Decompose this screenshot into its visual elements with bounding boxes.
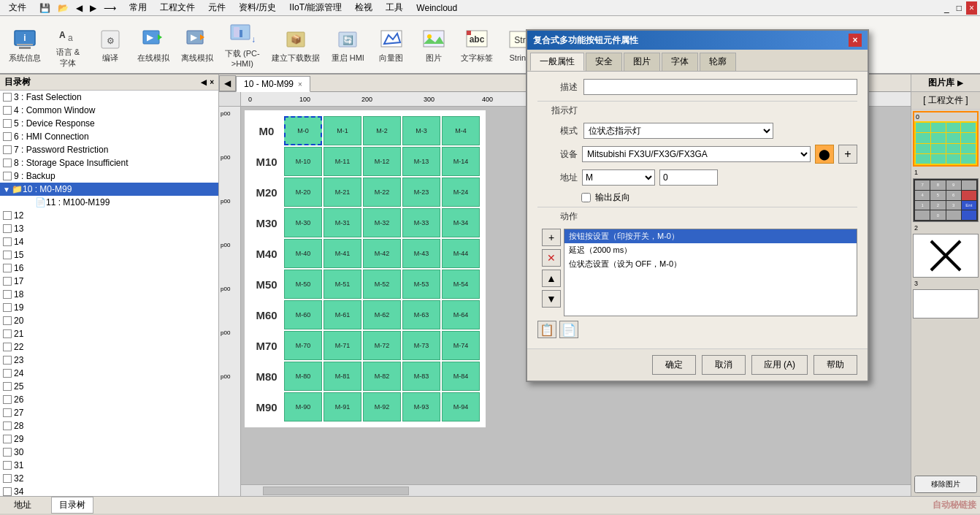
right-panel-item-3[interactable] — [913, 289, 979, 318]
dir-item-28[interactable]: 30 — [0, 446, 218, 459]
menu-undo-btn[interactable]: ◀ — [73, 1, 85, 15]
dir-item-5[interactable]: 7 : Password Restriction — [0, 143, 218, 156]
dialog-tab-security[interactable]: 安全 — [586, 53, 622, 71]
mcell-M-52[interactable]: M-52 — [363, 270, 401, 299]
window-close[interactable]: × — [966, 1, 977, 15]
dir-item-10[interactable]: 12 — [0, 209, 218, 222]
dir-item-11[interactable]: 13 — [0, 222, 218, 235]
mcell-M-32[interactable]: M-32 — [363, 208, 401, 237]
mcell-M-72[interactable]: M-72 — [363, 331, 401, 360]
dir-item-3[interactable]: 5 : Device Response — [0, 117, 218, 130]
dir-checkbox[interactable] — [3, 159, 12, 167]
tb-sys-info[interactable]: i 系统信息 — [6, 25, 44, 65]
dir-checkbox[interactable] — [3, 93, 12, 102]
dir-checkbox[interactable] — [3, 172, 12, 180]
dir-item-15[interactable]: 17 — [0, 275, 218, 288]
dir-checkbox[interactable] — [3, 448, 12, 457]
mcell-M-23[interactable]: M-23 — [402, 178, 440, 207]
dir-checkbox[interactable] — [3, 487, 12, 496]
mcell-M-13[interactable]: M-13 — [402, 147, 440, 176]
dialog-close-btn[interactable]: × — [849, 34, 862, 47]
mcell-M-34[interactable]: M-34 — [442, 208, 480, 237]
mcell-M-33[interactable]: M-33 — [402, 208, 440, 237]
mcell-M-60[interactable]: M-60 — [284, 300, 322, 329]
tb-build-dl[interactable]: 📦 建立下载数据 — [269, 25, 323, 65]
dir-checkbox[interactable] — [3, 251, 12, 259]
dir-checkbox[interactable] — [3, 408, 12, 417]
dialog-tab-outline[interactable]: 轮廓 — [700, 53, 736, 71]
tab-m0-m99[interactable]: 10 - M0-M99 × — [236, 76, 310, 92]
action-item-0[interactable]: 按钮按设置（印按开关，M-0） — [564, 229, 857, 243]
menu-common[interactable]: 常用 — [123, 0, 153, 15]
mcell-M-80[interactable]: M-80 — [284, 362, 322, 391]
dir-close-icon[interactable]: × — [210, 78, 214, 86]
dir-checkbox[interactable] — [3, 382, 12, 391]
dir-item-12[interactable]: 14 — [0, 235, 218, 248]
tb-offline-sim[interactable]: ▶ 离线模拟 — [178, 25, 216, 65]
dir-checkbox[interactable] — [3, 369, 12, 378]
dialog-tab-picture[interactable]: 图片 — [624, 53, 660, 71]
action-list[interactable]: 按钮按设置（印按开关，M-0） 延迟（2000 ms） 位状态设置（设为 OFF… — [564, 229, 857, 316]
mcell-M-44[interactable]: M-44 — [442, 239, 480, 268]
dir-item-20[interactable]: 22 — [0, 340, 218, 354]
window-minimize[interactable]: _ — [941, 1, 952, 15]
mcell-M-62[interactable]: M-62 — [363, 300, 401, 329]
tab-close-btn[interactable]: × — [298, 80, 302, 88]
action-add-btn[interactable]: + — [542, 229, 561, 246]
mcell-M-10[interactable]: M-10 — [284, 147, 322, 176]
dir-checkbox[interactable] — [3, 421, 12, 430]
mcell-M-91[interactable]: M-91 — [324, 392, 361, 421]
dialog-tab-font[interactable]: 字体 — [662, 53, 698, 71]
dialog-help-btn[interactable]: 帮助 — [814, 355, 857, 375]
device-select[interactable]: Mitsubishi FX3U/FX3G/FX3GA — [582, 146, 811, 162]
dir-item-19[interactable]: 21 — [0, 327, 218, 340]
mcell-M-22[interactable]: M-22 — [363, 178, 401, 207]
menu-component[interactable]: 元件 — [202, 0, 231, 15]
properties-dialog[interactable]: 复合式多功能按钮元件属性 × 一般属性 安全 图片 字体 轮廓 描述 — [526, 29, 869, 382]
dir-item-7[interactable]: 9 : Backup — [0, 169, 218, 183]
mcell-M-93[interactable]: M-93 — [402, 392, 440, 421]
dir-checkbox[interactable] — [3, 435, 12, 443]
dir-item-22[interactable]: 24 — [0, 367, 218, 380]
device-toggle-btn[interactable]: ⬤ — [815, 145, 834, 164]
dialog-ok-btn[interactable]: 确定 — [652, 355, 696, 375]
mcell-M-50[interactable]: M-50 — [284, 270, 322, 299]
mcell-M-92[interactable]: M-92 — [363, 392, 401, 421]
dir-checkbox[interactable] — [3, 303, 12, 312]
dir-checkbox[interactable] — [3, 461, 12, 470]
dir-item-31[interactable]: 34 — [0, 485, 218, 496]
mcell-M-42[interactable]: M-42 — [363, 239, 401, 268]
dir-item-29[interactable]: 31 — [0, 459, 218, 472]
dir-checkbox[interactable] — [3, 106, 12, 115]
menu-arrow-btn[interactable]: ⟶ — [101, 1, 119, 15]
menu-project-file[interactable]: 工程文件 — [154, 0, 201, 15]
dir-checkbox[interactable] — [3, 264, 12, 272]
mcell-M-31[interactable]: M-31 — [324, 208, 361, 237]
status-tab-dirtree[interactable]: 目录树 — [51, 497, 93, 514]
action-item-2[interactable]: 位状态设置（设为 OFF，M-0） — [564, 257, 857, 271]
mcell-M-94[interactable]: M-94 — [442, 392, 480, 421]
dir-item-6[interactable]: 8 : Storage Space Insufficient — [0, 156, 218, 169]
mcell-M-83[interactable]: M-83 — [402, 362, 440, 391]
mcell-M-43[interactable]: M-43 — [402, 239, 440, 268]
menu-redo-btn[interactable]: ▶ — [87, 1, 99, 15]
dir-checkbox[interactable] — [3, 329, 12, 338]
dir-item-24[interactable]: 26 — [0, 393, 218, 406]
dir-item-8[interactable]: ▼📁 10 : M0-M99 — [0, 183, 218, 196]
mcell-M-3[interactable]: M-3 — [402, 116, 440, 145]
dir-checkbox[interactable] — [3, 290, 12, 299]
mcell-M-40[interactable]: M-40 — [284, 239, 322, 268]
mcell-M-11[interactable]: M-11 — [324, 147, 361, 176]
mcell-M-14[interactable]: M-14 — [442, 147, 480, 176]
tb-reset-hmi[interactable]: 🔄 重启 HMI — [329, 25, 367, 65]
copy-btn[interactable]: 📋 — [537, 321, 556, 338]
mcell-M-2[interactable]: M-2 — [363, 116, 401, 145]
tb-picture[interactable]: 图片 — [416, 25, 452, 65]
mcell-M-81[interactable]: M-81 — [324, 362, 361, 391]
tb-online-sim[interactable]: ▶ 在线模拟 — [134, 25, 172, 65]
menu-file[interactable]: 文件 — [3, 0, 32, 15]
menu-data-history[interactable]: 资料/历史 — [233, 0, 282, 15]
paste-btn[interactable]: 📄 — [559, 321, 578, 338]
mcell-M-53[interactable]: M-53 — [402, 270, 440, 299]
dir-item-27[interactable]: 29 — [0, 432, 218, 446]
